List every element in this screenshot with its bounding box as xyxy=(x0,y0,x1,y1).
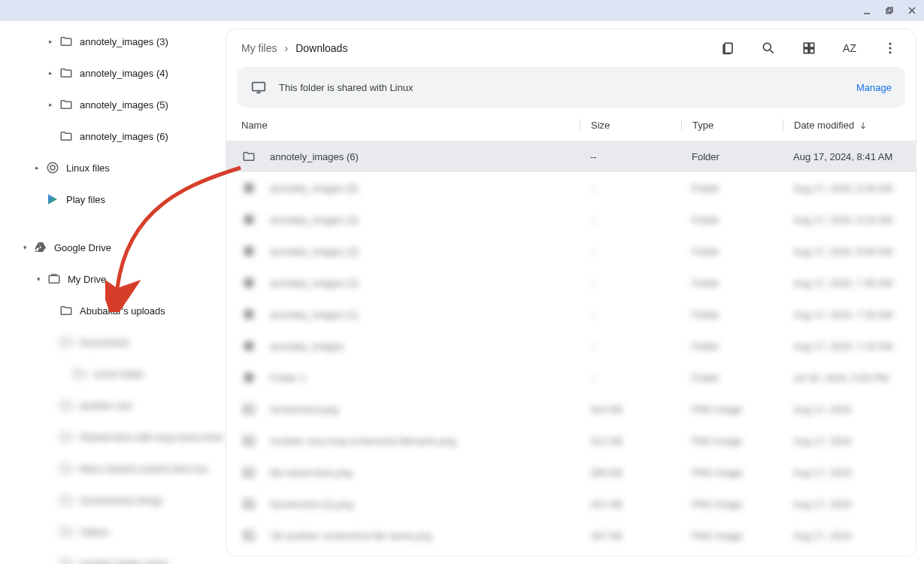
sidebar-item[interactable]: annotely_images (6) xyxy=(0,120,226,152)
sidebar-item[interactable]: some folder xyxy=(0,358,226,390)
sidebar-item[interactable]: Play files xyxy=(0,183,226,215)
file-row[interactable]: Another very long screenshot filename.pn… xyxy=(226,425,916,456)
sidebar-item[interactable]: ▾My Drive xyxy=(0,263,226,295)
folder-icon xyxy=(59,462,74,475)
file-type: Folder xyxy=(681,246,783,257)
file-type: PNG image xyxy=(681,435,783,447)
folder-icon xyxy=(59,493,74,507)
linux-share-icon xyxy=(250,79,267,96)
sort-button[interactable]: AZ xyxy=(836,35,863,62)
more-options-button[interactable] xyxy=(877,35,904,62)
expand-arrow-icon: ▾ xyxy=(35,275,42,283)
svg-line-10 xyxy=(771,50,774,53)
file-name: Another very long screenshot filename.pn… xyxy=(270,435,580,447)
file-name: Yet another screenshot file name.png xyxy=(270,530,580,541)
svg-rect-11 xyxy=(804,43,808,47)
file-date: Aug 17, 2024 xyxy=(783,435,905,447)
sidebar-item[interactable]: ▸annotely_images (3) xyxy=(0,26,226,57)
sidebar-item[interactable]: Another folder name xyxy=(0,547,226,564)
sidebar-item-label: another one xyxy=(80,400,132,411)
minimize-icon xyxy=(862,6,871,15)
folder-icon xyxy=(59,304,74,317)
column-header-size[interactable]: Size xyxy=(580,120,681,131)
file-row[interactable]: annotely_images (6)--FolderAug 17, 2024,… xyxy=(226,141,916,172)
breadcrumb-current[interactable]: Downloads xyxy=(295,42,347,54)
file-row[interactable]: annotely_images (3)--FolderAug 17, 2024,… xyxy=(226,235,916,267)
sidebar-item[interactable]: Screenshots things xyxy=(0,484,226,516)
svg-point-6 xyxy=(47,162,58,173)
file-row[interactable]: Yet another screenshot file name.png187 … xyxy=(226,520,916,551)
file-size: -- xyxy=(580,246,681,257)
svg-rect-18 xyxy=(253,83,265,91)
file-type: PNG image xyxy=(681,499,783,510)
image-icon xyxy=(241,402,256,416)
sidebar-item[interactable]: Abubakar's uploads xyxy=(0,295,226,326)
file-name: annotely_images (6) xyxy=(270,151,580,162)
sidebar-item-label: Videos xyxy=(80,526,110,538)
sidebar: ▸annotely_images (3)▸annotely_images (4)… xyxy=(0,21,226,564)
file-date: Aug 17, 2024 xyxy=(783,530,905,541)
content-pane: My files › Downloads AZ xyxy=(226,29,916,556)
column-header-name[interactable]: Name xyxy=(241,120,580,131)
folder-icon xyxy=(59,399,74,412)
clipboard-button[interactable] xyxy=(714,35,741,62)
file-row[interactable]: annotely_images (1)--FolderAug 17, 2024,… xyxy=(226,299,916,330)
sidebar-item[interactable]: More shared content here too xyxy=(0,453,226,484)
file-size: -- xyxy=(580,214,681,226)
svg-rect-7 xyxy=(49,276,59,284)
sidebar-item[interactable]: Shared item with long name here xyxy=(0,421,226,453)
image-icon xyxy=(241,497,256,511)
sidebar-item[interactable]: another one xyxy=(0,390,226,421)
archive-icon xyxy=(241,181,256,195)
window-minimize-button[interactable] xyxy=(858,2,876,20)
file-type: Folder xyxy=(681,183,783,194)
chevron-right-icon: › xyxy=(284,42,288,54)
file-row[interactable]: Screenshot (2).png201 KBPNG imageAug 17,… xyxy=(226,488,916,520)
file-row[interactable]: annotely_images (5)--FolderAug 17, 2024,… xyxy=(226,172,916,204)
file-row[interactable]: annotely_images (4)--FolderAug 17, 2024,… xyxy=(226,204,916,235)
mydrive-icon xyxy=(47,272,62,286)
file-row[interactable]: file-name-here.png289 KBPNG imageAug 17,… xyxy=(226,456,916,488)
folder-icon xyxy=(59,335,74,349)
sidebar-item-label: More shared content here too xyxy=(80,463,208,475)
sidebar-item[interactable]: ▸Linux files xyxy=(0,152,226,183)
file-list: annotely_images (6)--FolderAug 17, 2024,… xyxy=(226,141,916,556)
play-icon xyxy=(45,193,60,206)
file-row[interactable]: Folder 1--FolderJul 30, 2024, 5:00 PM xyxy=(226,362,916,393)
svg-point-5 xyxy=(50,165,55,170)
folder-icon xyxy=(59,556,74,564)
svg-rect-20 xyxy=(258,91,259,92)
file-row[interactable]: annotely_images (2)--FolderAug 17, 2024,… xyxy=(226,267,916,299)
archive-icon xyxy=(241,244,256,258)
sidebar-item[interactable]: ▾Google Drive xyxy=(0,232,226,263)
expand-arrow-icon: ▸ xyxy=(47,101,54,108)
file-date: Aug 17, 2024 xyxy=(783,467,905,478)
svg-rect-24 xyxy=(244,247,253,256)
sidebar-item[interactable]: Documents xyxy=(0,326,226,358)
file-row[interactable]: annotely_images--FolderAug 17, 2024, 7:1… xyxy=(226,330,916,362)
window-close-button[interactable] xyxy=(903,2,921,20)
column-header-date[interactable]: Date modified xyxy=(783,120,905,131)
drive-icon xyxy=(33,241,48,254)
file-date: Aug 17, 2024, 8:00 AM xyxy=(783,246,905,257)
sidebar-item[interactable]: Videos xyxy=(0,516,226,547)
svg-point-15 xyxy=(889,43,892,45)
file-size: 289 KB xyxy=(580,467,681,478)
view-grid-button[interactable] xyxy=(795,35,823,62)
sidebar-item[interactable]: ▸annotely_images (4) xyxy=(0,57,226,89)
sidebar-item-label: Play files xyxy=(66,194,105,205)
sidebar-item-label: some folder xyxy=(93,368,144,380)
file-type: PNG image xyxy=(681,530,783,541)
file-row[interactable]: Screenshot.png424 KBPNG imageAug 17, 202… xyxy=(226,393,916,425)
svg-rect-35 xyxy=(244,499,254,508)
column-header-type[interactable]: Type xyxy=(681,120,783,131)
expand-arrow-icon: ▸ xyxy=(33,164,41,171)
banner-manage-button[interactable]: Manage xyxy=(856,82,892,93)
file-size: 312 KB xyxy=(580,435,681,447)
sidebar-item[interactable]: ▸annotely_images (5) xyxy=(0,89,226,120)
breadcrumb-root[interactable]: My files xyxy=(241,42,277,54)
file-size: 424 KB xyxy=(580,404,681,415)
search-button[interactable] xyxy=(755,35,782,62)
window-maximize-button[interactable] xyxy=(880,2,898,20)
file-date: Aug 17, 2024, 7:15 AM xyxy=(783,341,905,352)
